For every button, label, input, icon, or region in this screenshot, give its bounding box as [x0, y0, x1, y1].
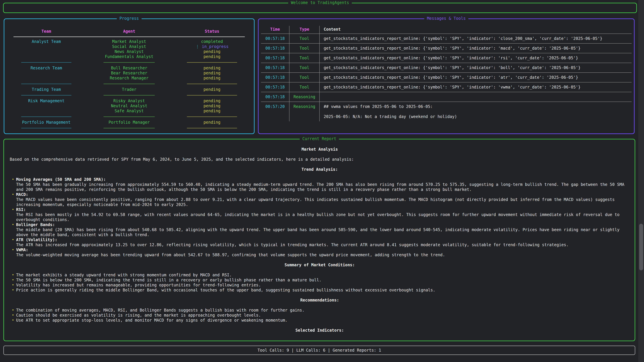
bullet-icon: • — [12, 247, 16, 257]
group-separator — [10, 92, 249, 98]
bullet-label: VWMA: — [16, 247, 630, 252]
status-badge: pending — [175, 70, 249, 76]
spinner-icon: ⋮ — [196, 44, 200, 49]
agent-cell: Market Analyst — [83, 39, 175, 44]
report-heading-summary: Summary of Market Conditions: — [10, 263, 630, 268]
status-badge: pending — [175, 87, 249, 92]
bullet-icon: • — [12, 192, 16, 207]
bullet-text: The 50 SMA has been gradually increasing… — [16, 182, 630, 192]
scrollbar-track[interactable] — [638, 0, 644, 362]
type-cell: Reasoning — [289, 92, 319, 102]
bullet-text: The MACD values have been consistently p… — [16, 197, 630, 207]
bullet-text: Volatility has increased but remains man… — [16, 283, 630, 288]
status-badge: pending — [175, 120, 249, 125]
trend-bullet-list: • Moving Averages (50 SMA and 200 SMA):T… — [10, 177, 630, 257]
table-row: 00:57:18 Tool get_stockstats_indicators_… — [261, 53, 632, 63]
type-cell: Reasoning — [289, 102, 319, 121]
team-cell: Research Team — [10, 65, 83, 70]
app-title: Welcome to TradingAgents — [288, 0, 352, 5]
agent-cell: Trader — [83, 87, 175, 92]
list-item: • Moving Averages (50 SMA and 200 SMA):T… — [12, 177, 630, 192]
recommendations-bullet-list: • The combination of moving averages, MA… — [10, 308, 630, 323]
column-header-content: Content — [319, 26, 632, 33]
table-row: Safe Analyst pending — [10, 108, 249, 113]
summary-bullet-list: • The market exhibits a steady upward tr… — [10, 273, 630, 293]
table-row: 00:57:18 Reasoning — [261, 92, 632, 102]
bullet-icon: • — [12, 283, 16, 288]
time-cell: 00:57:18 — [261, 73, 289, 82]
bullet-icon: • — [12, 308, 16, 313]
table-row: 00:57:20 Reasoning ## vwma values from 2… — [261, 102, 632, 121]
welcome-panel: Welcome to TradingAgents — [3, 3, 637, 13]
table-row: Bear Researcher pending — [10, 70, 249, 76]
table-row: Neutral Analyst pending — [10, 103, 249, 108]
list-item: • MACD:The MACD values have been consist… — [12, 192, 630, 207]
time-cell: 00:57:18 — [261, 82, 289, 92]
list-item: • Use ATR to set appropriate stop-loss l… — [12, 318, 630, 323]
content-cell: get_stockstats_indicators_report_online:… — [319, 73, 632, 82]
report-heading-market-analysis: Market Analysis — [10, 147, 630, 152]
group-separator — [10, 113, 249, 120]
team-cell: Portfolio Management — [10, 120, 83, 125]
messages-table: Time Type Content 00:57:18 Tool get_stoc… — [261, 26, 632, 121]
bullet-icon: • — [12, 273, 16, 278]
table-row: Risk Management Risky Analyst pending — [10, 98, 249, 103]
stats-text: Tool Calls: 9 | LLM Calls: 6 | Generated… — [258, 348, 381, 353]
content-cell — [319, 92, 632, 102]
bullet-label: Bollinger Bands: — [16, 222, 630, 227]
report-panel-title: Current Report — [300, 136, 339, 141]
content-cell: ## vwma values from 2025-05-06 to 2025-0… — [319, 102, 632, 121]
table-row: 00:57:18 Tool get_stockstats_indicators_… — [261, 63, 632, 72]
bullet-label: ATR (Volatility): — [16, 237, 630, 242]
bullet-icon: • — [12, 318, 16, 323]
status-badge: pending — [175, 54, 249, 59]
agent-cell: Bear Researcher — [83, 70, 175, 76]
progress-table-header: Team Agent Status — [10, 26, 249, 34]
table-row: News Analyst pending — [10, 49, 249, 54]
list-item: • Caution should be exercised as volatil… — [12, 313, 630, 318]
agent-cell: Neutral Analyst — [83, 103, 175, 108]
column-header-status: Status — [175, 26, 249, 34]
time-cell: 00:57:18 — [261, 92, 289, 102]
bullet-icon: • — [12, 222, 16, 237]
bullet-text: The market exhibits a steady upward tren… — [16, 273, 630, 278]
time-cell: 00:57:18 — [261, 53, 289, 63]
list-item: • Volatility has increased but remains m… — [12, 283, 630, 288]
time-cell: 00:57:18 — [261, 63, 289, 72]
list-item: • Bollinger Bands:The middle band (20 SM… — [12, 222, 630, 237]
header-separator — [14, 36, 245, 37]
table-row: Fundamentals Analyst pending — [10, 54, 249, 59]
bullet-text: The ATR has increased from approximately… — [16, 242, 630, 247]
bullet-label: Moving Averages (50 SMA and 200 SMA): — [16, 177, 630, 182]
list-item: • The market exhibits a steady upward tr… — [12, 273, 630, 278]
table-row: Analyst Team Market Analyst completed — [10, 39, 249, 44]
bullet-text: Use ATR to set appropriate stop-loss lev… — [16, 318, 630, 323]
table-row: Social Analyst ⋮in_progress — [10, 44, 249, 49]
status-badge: pending — [175, 103, 249, 108]
agent-cell: News Analyst — [83, 49, 175, 54]
messages-table-header: Time Type Content — [261, 26, 632, 33]
type-cell: Tool — [289, 34, 319, 43]
bullet-text: The combination of moving averages, MACD… — [16, 308, 630, 313]
scrollbar-thumb[interactable] — [639, 224, 643, 270]
bullet-icon: • — [12, 237, 16, 247]
table-row: 00:57:18 Tool get_stockstats_indicators_… — [261, 72, 632, 82]
content-cell: get_stockstats_indicators_report_online:… — [319, 53, 632, 63]
group-separator — [10, 125, 249, 131]
type-cell: Tool — [289, 43, 319, 53]
type-cell: Tool — [289, 63, 319, 72]
progress-panel: Progress Team Agent Status Analyst Team … — [4, 18, 254, 134]
status-badge: completed — [175, 39, 249, 44]
group-separator — [10, 81, 249, 87]
table-row: 00:57:18 Tool get_stockstats_indicators_… — [261, 43, 632, 53]
group-separator — [10, 59, 249, 65]
team-cell: Trading Team — [10, 87, 83, 92]
status-badge: pending — [175, 98, 249, 103]
column-header-time: Time — [261, 26, 289, 33]
bullet-icon: • — [12, 313, 16, 318]
type-cell: Tool — [289, 73, 319, 82]
content-cell: get_stockstats_indicators_report_online:… — [319, 43, 632, 53]
time-cell: 00:57:18 — [261, 43, 289, 53]
table-row: 00:57:18 Tool get_stockstats_indicators_… — [261, 82, 632, 92]
agent-cell: Fundamentals Analyst — [83, 54, 175, 59]
